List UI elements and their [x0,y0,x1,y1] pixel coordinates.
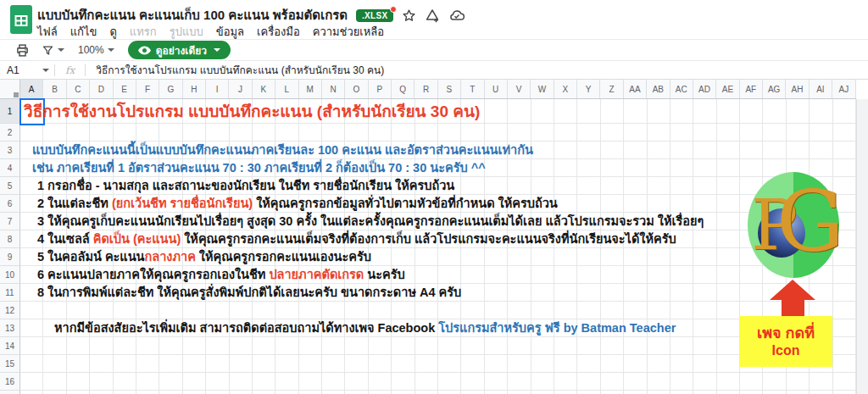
fx-icon: fx [60,64,80,76]
filter-icon[interactable] [42,44,64,57]
column-header-U[interactable]: U [485,80,508,98]
text-segment: 1 กรอกชื่อ - นามสกุล และสถานะของนักเรียน… [37,179,454,192]
page-label-line1: เพจ กดที่ [757,324,815,342]
column-header-H[interactable]: H [183,80,206,98]
column-header-N[interactable]: N [322,80,345,98]
row-header-17[interactable]: 17 [0,391,20,394]
grid-row-12[interactable] [20,302,856,319]
pg-logo-letter-g: G [776,180,844,264]
sheet-text-row7: 3 ให้คุณครูเก็บคะแนนนักเรียนไปเรื่อยๆ สู… [37,213,704,230]
vertical-scrollbar[interactable] [856,99,868,394]
row-header-9[interactable]: 9 [0,248,20,266]
sheet-text-row5: 1 กรอกชื่อ - นามสกุล และสถานะของนักเรียน… [37,177,454,195]
column-header-A[interactable]: A [20,80,43,98]
notification-dot-icon [390,6,397,13]
row-header-15[interactable]: 15 [0,355,20,373]
sheet-text-row11: 8 ในการพิมพ์แต่ละชีท ให้คุณครูสั่งพิมพ์ป… [37,284,461,302]
grid-row-16[interactable] [20,373,856,391]
name-box[interactable]: A1 [0,64,39,76]
column-header-P[interactable]: P [369,80,392,98]
column-header-X[interactable]: X [554,80,577,98]
row-header-2[interactable]: 2 [0,124,20,142]
print-icon[interactable] [15,43,30,58]
row-header-12[interactable]: 12 [0,302,20,319]
row-header-13[interactable]: 13 [0,319,20,337]
column-header-O[interactable]: O [345,80,368,98]
column-header-AH[interactable]: AH [786,80,809,98]
row-header-16[interactable]: 16 [0,373,20,391]
text-segment: หากมีข้อสงสัยอะไรเพิ่มเติม สามารถติดต่อส… [54,321,438,335]
row-header-6[interactable]: 6 [0,195,20,213]
column-header-AF[interactable]: AF [740,80,763,98]
column-header-R[interactable]: R [415,80,437,98]
column-header-V[interactable]: V [508,80,531,98]
column-header-AG[interactable]: AG [763,80,786,98]
column-header-E[interactable]: E [114,80,136,98]
row-header-1[interactable]: 1 [0,99,20,124]
star-icon[interactable] [402,8,416,23]
toolbar: 100% ดูอย่างเดียว [0,39,868,60]
grid-row-15[interactable] [20,355,856,373]
menu-help[interactable]: ความช่วยเหลือ [313,23,384,41]
column-header-J[interactable]: J [229,80,252,98]
menu-tools[interactable]: เครื่องมือ [257,23,300,41]
column-header-K[interactable]: K [253,80,275,98]
text-segment[interactable]: โปรแกรมสำหรับครู ฟรี by Batman Teacher [438,321,676,335]
column-header-F[interactable]: F [136,80,159,98]
column-header-I[interactable]: I [206,80,229,98]
column-header-B[interactable]: B [43,80,66,98]
column-header-Z[interactable]: Z [600,80,623,98]
menu-file[interactable]: ไฟล์ [37,23,58,41]
menu-edit[interactable]: แก้ไข [70,23,97,41]
column-header-AB[interactable]: AB [647,80,670,98]
google-sheets-window: แบบบันทึกคะแนน คะแนนเก็บ 100 คะแนน พร้อม… [0,0,868,394]
menu-bar: ไฟล์ แก้ไข ดู แทรก รูปแบบ ข้อมูล เครื่อง… [37,23,384,41]
row-header-14[interactable]: 14 [0,337,20,355]
text-segment: เช่น ภาคเรียนที่ 1 อัตราส่วนคะแนน 70 : 3… [32,161,486,175]
column-header-T[interactable]: T [461,80,484,98]
row-header-5[interactable]: 5 [0,177,20,195]
column-header-AE[interactable]: AE [716,80,739,98]
zoom-control[interactable]: 100% [78,44,114,56]
column-header-AJ[interactable]: AJ [832,80,855,98]
column-header-W[interactable]: W [531,80,554,98]
text-segment: 6 คะแนนปลายภาคให้คุณครูกรอกเองในชีท [37,268,269,281]
row-header-10[interactable]: 10 [0,266,20,284]
menu-view[interactable]: ดู [109,23,116,41]
column-header-G[interactable]: G [159,80,182,98]
column-header-AC[interactable]: AC [670,80,693,98]
grid-row-14[interactable] [20,337,856,355]
add-shortcut-to-drive-icon[interactable] [425,8,440,23]
column-header-Y[interactable]: Y [577,80,600,98]
select-all-corner[interactable] [0,80,20,99]
column-header-C[interactable]: C [67,80,90,98]
sheets-logo-icon[interactable] [10,5,32,37]
text-segment: 2 ในแต่ละชีท [37,197,112,210]
app-header: แบบบันทึกคะแนน คะแนนเก็บ 100 คะแนน พร้อม… [0,0,868,39]
cloud-saved-icon[interactable] [448,8,465,22]
row-header-8[interactable]: 8 [0,230,20,248]
text-segment: ให้คุณครูกรอกข้อมูลทั่วไปตามหัวข้อที่กำห… [253,197,558,210]
grid-row-17[interactable] [20,391,856,394]
column-header-M[interactable]: M [299,80,322,98]
sheet-text-row8: 4 ในเซลล์ คิดเป็น (คะแนน) ให้คุณครูกรอกค… [37,230,676,248]
column-header-AD[interactable]: AD [693,80,716,98]
column-header-AA[interactable]: AA [624,80,647,98]
formula-input[interactable]: วิธีการใช้งานโปรแกรม แบบบันทึกคะแนน (สำห… [91,62,384,78]
text-segment: ให้คุณครูกรอกคะแนนเต็มจริงที่ต้องการเก็บ… [181,232,676,246]
text-segment: ให้คุณครูกรอกคะแนนเองนะครับ [196,250,371,264]
view-only-button[interactable]: ดูอย่างเดียว [128,41,231,59]
row-header-4[interactable]: 4 [0,159,20,177]
row-header-11[interactable]: 11 [0,284,20,302]
grid-row-2[interactable] [20,124,856,142]
name-box-caret-icon[interactable] [42,69,49,72]
row-header-7[interactable]: 7 [0,213,20,230]
column-header-S[interactable]: S [438,80,461,98]
column-header-L[interactable]: L [275,80,298,98]
column-header-AI[interactable]: AI [810,80,832,98]
column-header-Q[interactable]: Q [392,80,415,98]
menu-data[interactable]: ข้อมูล [216,23,244,41]
column-header-D[interactable]: D [90,80,113,98]
row-header-3[interactable]: 3 [0,142,20,159]
sheet-text-row6: 2 ในแต่ละชีท (ยกเว้นชีท รายชื่อนักเรียน)… [37,195,558,213]
